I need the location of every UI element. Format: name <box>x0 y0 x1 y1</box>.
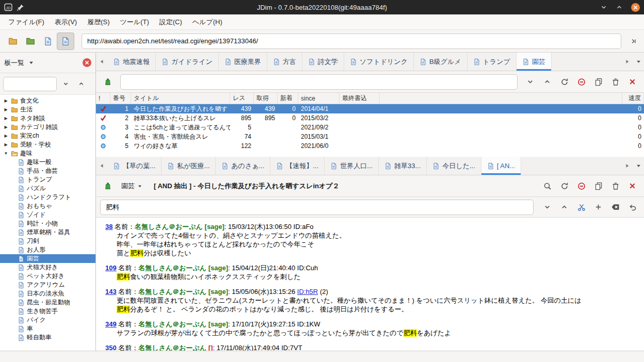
extract-keyword-input[interactable] <box>100 200 534 215</box>
stop-icon[interactable] <box>574 178 589 193</box>
board-item[interactable]: トランプ <box>0 175 95 184</box>
board-name-dropdown[interactable]: 園芸 <box>117 182 147 191</box>
board-category[interactable]: ▶食文化 <box>0 96 95 105</box>
search-next-icon[interactable] <box>523 74 538 89</box>
board-item[interactable]: 生き物苦手 <box>0 307 95 316</box>
favorites-button[interactable] <box>22 32 39 50</box>
thread-tab[interactable]: [ AN... <box>481 157 521 175</box>
thread-row[interactable]: 4害虫・害鳥・害獣統合スレ742015/03/10 <box>96 132 644 141</box>
delete-icon[interactable] <box>608 74 623 89</box>
copy-icon[interactable] <box>591 74 606 89</box>
menu-item-1[interactable]: 表示(V) <box>50 15 82 29</box>
thread-tab[interactable]: 私が医療... <box>162 157 216 175</box>
board-item[interactable]: 刀剣 <box>0 237 95 245</box>
board-category[interactable]: ▶実況ch <box>0 131 95 140</box>
board-item[interactable]: ゾイド <box>0 210 95 219</box>
thread-row[interactable]: 2雑草33本抜いたら上げるスレ89589502015/03/20 <box>96 113 644 123</box>
thread-menu-icon[interactable] <box>633 157 644 175</box>
filter-next-icon[interactable] <box>59 77 72 91</box>
post-number-link[interactable]: 349 <box>105 320 117 328</box>
column-header[interactable]: 新着 <box>278 93 298 104</box>
board-view-button[interactable] <box>39 32 57 50</box>
board-item[interactable]: 手品・曲芸 <box>0 167 95 175</box>
thread-tab[interactable]: 【草の葉... <box>107 157 162 175</box>
write-icon[interactable] <box>100 178 115 193</box>
board-item[interactable]: 軽自動車 <box>0 333 95 342</box>
close-tab-icon[interactable] <box>625 74 640 89</box>
post-id-link[interactable]: ID:h5R <box>297 288 318 295</box>
column-header[interactable]: タイトル <box>131 93 230 104</box>
column-header[interactable]: 番号 <box>110 93 131 104</box>
expander-closed-icon[interactable]: ▶ <box>3 134 9 138</box>
menu-item-0[interactable]: ファイル(F) <box>3 15 50 29</box>
board-list-button[interactable] <box>4 32 22 50</box>
board-tab[interactable]: 園芸 <box>517 53 552 71</box>
board-item[interactable]: 趣味一般 <box>0 158 95 167</box>
stop-icon[interactable] <box>574 74 589 89</box>
board-tab[interactable]: B級グルメ <box>414 53 468 71</box>
board-item[interactable]: 昆虫・節足動物 <box>0 298 95 307</box>
board-item[interactable]: 車 <box>0 324 95 333</box>
undo-icon[interactable] <box>625 200 640 215</box>
board-tab[interactable]: 地震速報 <box>107 53 156 71</box>
url-input[interactable] <box>82 34 621 49</box>
board-item[interactable]: ペット大好き <box>0 272 95 281</box>
column-header[interactable]: 取得 <box>254 93 278 104</box>
post-number-link[interactable]: 109 <box>105 264 117 272</box>
expander-open-icon[interactable]: ▼ <box>3 151 9 156</box>
menu-item-2[interactable]: 履歴(S) <box>82 15 115 29</box>
thread-row[interactable]: 1今日した作業及びお手入れを晒す43943902014/04/10 <box>96 104 644 113</box>
post-number-link[interactable]: 143 <box>105 288 117 295</box>
board-item[interactable]: ハンドクラフト <box>0 193 95 202</box>
board-menu-icon[interactable] <box>633 53 644 71</box>
board-item[interactable]: お人形 <box>0 245 95 254</box>
board-category[interactable]: ▶受験・学校 <box>0 140 95 149</box>
menu-item-3[interactable]: ツール(T) <box>115 15 154 29</box>
column-header[interactable]: 速度 <box>622 93 644 104</box>
filter-prev-icon[interactable] <box>74 77 88 91</box>
thread-row[interactable]: 5ワイの好きな草1222021/06/00 <box>96 141 644 151</box>
board-item[interactable]: 犬猫大好き <box>0 263 95 272</box>
post-number-link[interactable]: 350 <box>105 344 117 351</box>
delete-icon[interactable] <box>608 178 623 193</box>
board-item[interactable]: バイク <box>0 316 95 324</box>
board-category[interactable]: ▶ネタ雑談 <box>0 114 95 123</box>
board-item[interactable]: パズル <box>0 184 95 193</box>
minimize-icon[interactable] <box>600 4 607 11</box>
thread-scroll-right-icon[interactable] <box>621 157 633 175</box>
board-item[interactable]: 時計・小物 <box>0 219 95 228</box>
column-header[interactable]: 最終書込 <box>340 93 380 104</box>
expander-closed-icon[interactable]: ▶ <box>3 98 9 103</box>
write-icon[interactable] <box>100 74 115 89</box>
board-category[interactable]: ▶生活 <box>0 105 95 114</box>
board-tab[interactable]: ガイドライン <box>156 53 219 71</box>
menu-item-4[interactable]: 設定(C) <box>154 15 187 29</box>
reload-icon[interactable] <box>557 74 572 89</box>
sidebar-dropdown-icon[interactable] <box>28 60 34 65</box>
board-item[interactable]: 日本の淡水魚 <box>0 289 95 298</box>
column-header[interactable]: レス <box>230 93 254 104</box>
search-prev-icon[interactable] <box>540 74 555 89</box>
thread-tab[interactable]: 今日した... <box>427 157 481 175</box>
expander-closed-icon[interactable]: ▶ <box>3 116 9 121</box>
column-header[interactable]: ! <box>96 93 110 104</box>
expander-closed-icon[interactable]: ▶ <box>3 125 9 129</box>
search-icon[interactable] <box>540 178 555 193</box>
thread-tab[interactable]: 世界人口... <box>325 157 379 175</box>
board-item[interactable]: おもちゃ <box>0 202 95 210</box>
extract-add-icon[interactable] <box>591 200 606 215</box>
board-tab[interactable]: ソフトドリンク <box>344 53 414 71</box>
close-tab-icon[interactable] <box>625 178 640 193</box>
extract-cut-icon[interactable] <box>574 200 589 215</box>
board-filter-input[interactable] <box>3 77 57 91</box>
clear-keyword-icon[interactable] <box>608 200 623 215</box>
board-scroll-right-icon[interactable] <box>621 53 633 71</box>
extract-prev-icon[interactable] <box>557 200 572 215</box>
thread-row[interactable]: 3ここは5chと違って過疎ってるんで52021/09/20 <box>96 123 644 132</box>
board-item[interactable]: 煙草銘柄・器具 <box>0 228 95 237</box>
board-item[interactable]: 園芸 <box>0 254 95 263</box>
board-tab[interactable]: 方言 <box>267 53 302 71</box>
board-category[interactable]: ▶カテゴリ雑談 <box>0 123 95 131</box>
board-tab[interactable]: トランプ <box>468 53 517 71</box>
thread-scroll-left-icon[interactable] <box>96 157 107 175</box>
